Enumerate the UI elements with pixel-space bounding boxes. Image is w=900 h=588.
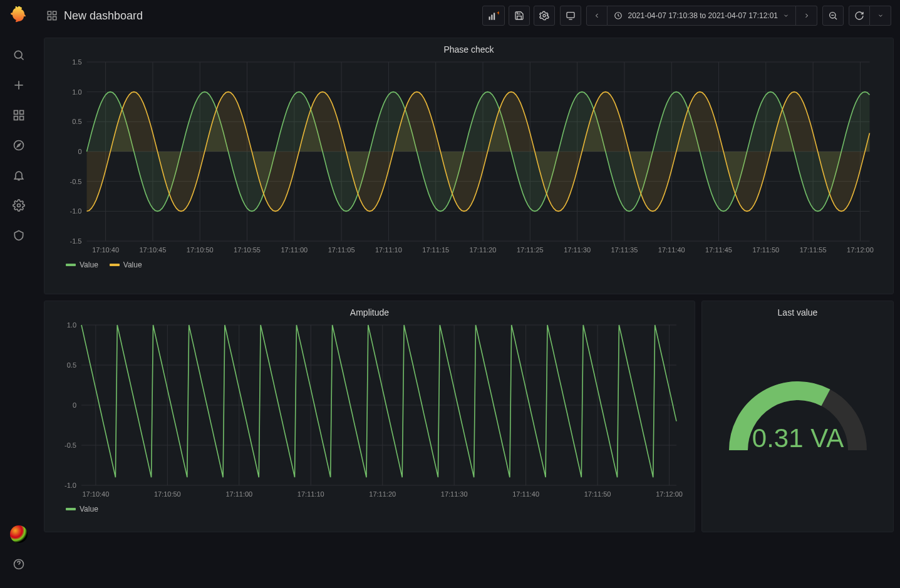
zoom-out-button[interactable] [822, 6, 844, 26]
svg-text:17:10:40: 17:10:40 [82, 490, 109, 498]
svg-rect-17 [489, 17, 490, 20]
svg-text:-1.0: -1.0 [70, 207, 82, 215]
legend: Value [53, 502, 686, 517]
dashboards-icon[interactable] [6, 103, 31, 128]
chart-phase: -1.5-1.0-0.500.51.01.517:10:4017:10:4517… [53, 56, 884, 256]
settings-button[interactable] [534, 6, 555, 26]
svg-rect-5 [20, 111, 24, 115]
chart-amplitude: -1.0-0.500.51.017:10:4017:10:5017:11:001… [53, 319, 686, 500]
alerting-icon[interactable] [6, 163, 31, 188]
legend-item[interactable]: Value [66, 505, 98, 513]
time-next-button[interactable] [796, 6, 817, 26]
svg-rect-15 [48, 17, 51, 20]
svg-point-0 [14, 51, 22, 58]
dashboard-icon [46, 10, 58, 21]
svg-point-8 [14, 141, 24, 150]
panel-phase[interactable]: Phase check -1.5-1.0-0.500.51.01.517:10:… [44, 38, 894, 294]
gauge: 0.31 VA [716, 344, 879, 507]
panel-gauge[interactable]: Last value 0.31 VA [701, 301, 894, 532]
save-button[interactable] [509, 6, 530, 26]
svg-text:1.5: 1.5 [72, 58, 81, 66]
grafana-logo-icon[interactable] [9, 5, 29, 25]
panel-title: Phase check [44, 38, 893, 56]
legend-item[interactable]: Value [110, 260, 142, 269]
svg-text:0.5: 0.5 [72, 118, 81, 125]
svg-text:1.0: 1.0 [72, 88, 81, 96]
svg-marker-9 [18, 144, 21, 147]
svg-text:-0.5: -0.5 [65, 441, 76, 449]
svg-text:-1.0: -1.0 [65, 482, 76, 489]
svg-rect-13 [48, 11, 51, 14]
svg-text:17:10:55: 17:10:55 [234, 246, 261, 254]
time-range-label: 2021-04-07 17:10:38 to 2021-04-07 17:12:… [628, 11, 778, 20]
svg-text:0: 0 [73, 401, 76, 409]
clock-icon [614, 11, 623, 20]
topbar: New dashboard + 2021-04-07 17:10:38 to 2… [38, 0, 900, 31]
svg-rect-19 [494, 13, 495, 20]
svg-text:17:11:15: 17:11:15 [422, 246, 449, 254]
svg-text:17:11:35: 17:11:35 [611, 246, 638, 254]
svg-point-10 [18, 204, 21, 207]
svg-rect-18 [492, 15, 493, 20]
panel-title: Last value [702, 301, 893, 319]
svg-text:17:11:30: 17:11:30 [441, 490, 468, 498]
time-range-button[interactable]: 2021-04-07 17:10:38 to 2021-04-07 17:12:… [608, 6, 796, 26]
legend-item[interactable]: Value [66, 260, 98, 269]
svg-text:17:12:00: 17:12:00 [656, 490, 683, 498]
svg-text:17:11:20: 17:11:20 [470, 246, 497, 254]
svg-text:17:10:50: 17:10:50 [154, 490, 181, 498]
legend: Value Value [53, 258, 884, 273]
svg-text:17:10:40: 17:10:40 [92, 246, 119, 254]
svg-text:17:12:00: 17:12:00 [847, 246, 874, 254]
svg-text:17:11:40: 17:11:40 [658, 246, 685, 254]
svg-text:-1.5: -1.5 [70, 237, 82, 245]
svg-text:1.0: 1.0 [67, 321, 76, 329]
refresh-button[interactable] [849, 6, 870, 26]
create-icon[interactable] [6, 73, 31, 98]
svg-rect-7 [20, 116, 24, 120]
side-nav [0, 0, 38, 588]
svg-text:17:10:50: 17:10:50 [187, 246, 214, 254]
svg-rect-6 [14, 116, 18, 120]
svg-rect-4 [14, 111, 18, 115]
svg-text:17:11:55: 17:11:55 [800, 246, 827, 254]
svg-text:17:11:05: 17:11:05 [328, 246, 355, 254]
svg-text:17:11:50: 17:11:50 [752, 246, 779, 254]
help-icon[interactable] [6, 552, 31, 577]
svg-text:17:11:30: 17:11:30 [564, 246, 591, 254]
page-title: New dashboard [64, 9, 143, 23]
svg-line-26 [835, 18, 837, 19]
svg-text:17:11:10: 17:11:10 [297, 490, 324, 498]
svg-line-1 [21, 58, 24, 60]
svg-text:17:11:10: 17:11:10 [375, 246, 402, 254]
svg-text:0: 0 [78, 148, 81, 155]
panel-title: Amplitude [44, 301, 695, 319]
time-prev-button[interactable] [586, 6, 608, 26]
refresh-interval-button[interactable] [870, 6, 891, 26]
svg-text:0.5: 0.5 [67, 361, 76, 369]
svg-text:17:11:50: 17:11:50 [584, 490, 611, 498]
svg-text:17:11:45: 17:11:45 [705, 246, 732, 254]
explore-icon[interactable] [6, 133, 31, 158]
search-icon[interactable] [6, 43, 31, 68]
svg-text:17:11:00: 17:11:00 [225, 490, 252, 498]
svg-text:0.31 VA: 0.31 VA [752, 423, 843, 453]
chevron-down-icon [783, 13, 789, 19]
svg-text:+: + [497, 11, 500, 16]
tv-mode-button[interactable] [560, 6, 581, 26]
svg-text:17:11:25: 17:11:25 [517, 246, 544, 254]
svg-rect-14 [53, 11, 56, 14]
svg-point-21 [543, 14, 546, 17]
server-admin-icon[interactable] [6, 223, 31, 248]
panel-amplitude[interactable]: Amplitude -1.0-0.500.51.017:10:4017:10:5… [44, 301, 695, 532]
svg-text:17:11:40: 17:11:40 [512, 490, 539, 498]
svg-text:17:11:20: 17:11:20 [369, 490, 396, 498]
configuration-icon[interactable] [6, 193, 31, 218]
svg-text:17:10:45: 17:10:45 [140, 246, 167, 254]
add-panel-button[interactable]: + [482, 6, 505, 26]
svg-text:-0.5: -0.5 [70, 178, 82, 185]
time-picker: 2021-04-07 17:10:38 to 2021-04-07 17:12:… [586, 6, 817, 26]
svg-text:17:11:00: 17:11:00 [281, 246, 308, 254]
avatar[interactable] [10, 525, 28, 543]
breadcrumb[interactable]: New dashboard [46, 9, 143, 23]
